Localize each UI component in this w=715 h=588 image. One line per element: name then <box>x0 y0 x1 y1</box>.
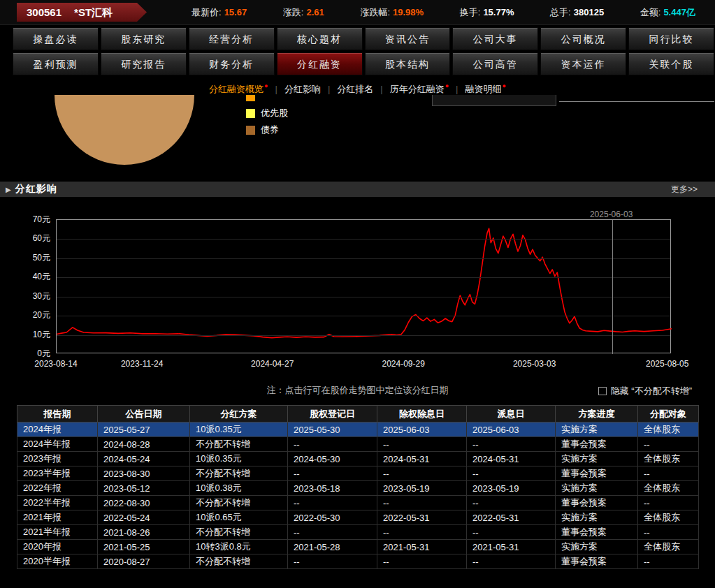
price-line <box>57 220 672 354</box>
table-cell: 10派0.65元 <box>190 510 288 525</box>
red-dot-icon: ● <box>264 82 268 89</box>
more-link[interactable]: 更多>> <box>671 184 698 196</box>
nav-tab[interactable]: 同行比较 <box>628 27 714 50</box>
legend-swatch-icon <box>246 126 255 135</box>
subnav-item[interactable]: 分红融资概览● <box>209 84 268 94</box>
subnav-item[interactable]: 分红影响 <box>284 84 321 94</box>
table-cell: 2023年报 <box>17 452 98 466</box>
nav-tab[interactable]: 经营分析 <box>189 27 275 50</box>
table-cell: 2024-05-31 <box>377 452 467 466</box>
separator: | <box>275 84 277 94</box>
separator: | <box>456 84 458 94</box>
stock-code: 300561 <box>27 3 62 22</box>
nav-tab[interactable]: 公司大事 <box>452 27 538 50</box>
subnav: 分红融资概览●|分红影响|分红排名|历年分红融资●|融资明细● <box>0 77 715 95</box>
table-cell: 2025-05-27 <box>98 422 190 437</box>
nav-tab[interactable]: 公司高管 <box>452 52 538 75</box>
column-header: 派息日 <box>467 406 556 422</box>
table-cell: 实施方案 <box>556 510 638 525</box>
quote-field: 换手:15.77% <box>460 6 514 19</box>
overview-strip: 优先股债券 <box>0 95 715 165</box>
table-cell: 2022-05-24 <box>98 510 190 525</box>
clipped-panel-edge <box>559 95 714 102</box>
table-row[interactable]: 2021半年报2021-08-26不分配不转增------董事会预案-- <box>17 525 699 540</box>
section-title: 分红影响 <box>15 183 57 196</box>
gridline <box>57 258 670 259</box>
nav-tab[interactable]: 核心题材 <box>277 27 363 50</box>
table-row[interactable]: 2021年报2022-05-2410派0.65元2022-05-302022-0… <box>17 510 699 525</box>
nav-tab[interactable]: 财务分析 <box>189 52 275 75</box>
table-cell: 不分配不转增 <box>190 554 288 569</box>
table-cell: 2022半年报 <box>17 496 98 510</box>
table-cell: 2024-05-24 <box>98 452 190 466</box>
nav-tab[interactable]: 公司概况 <box>540 27 626 50</box>
separator: | <box>380 84 382 94</box>
table-cell: 全体股东 <box>638 422 699 437</box>
quote-field-value: 5.447亿 <box>663 7 695 17</box>
subnav-item[interactable]: 历年分红融资● <box>390 84 449 94</box>
table-cell: 2021半年报 <box>17 525 98 540</box>
pie-legend: 优先股债券 <box>246 95 288 138</box>
nav-tab[interactable]: 操盘必读 <box>13 27 99 50</box>
nav-tab[interactable]: 股本结构 <box>365 52 451 75</box>
checkbox-icon[interactable] <box>598 387 607 395</box>
table-cell: 2020年报 <box>17 540 98 554</box>
table-cell: 2020半年报 <box>17 554 98 569</box>
x-axis-label: 2024-09-29 <box>382 359 424 369</box>
x-axis-label: 2025-03-03 <box>513 359 556 369</box>
table-row[interactable]: 2023半年报2023-08-30不分配不转增------董事会预案-- <box>17 466 699 481</box>
table-row[interactable]: 2020半年报2020-08-27不分配不转增------董事会预案-- <box>17 554 699 569</box>
table-cell: 董事会预案 <box>556 466 638 481</box>
quote-field: 金额:5.447亿 <box>640 6 695 19</box>
gridline <box>57 239 670 240</box>
table-cell: 10转3派0.8元 <box>190 540 288 554</box>
table-cell: 2025-05-30 <box>288 422 377 437</box>
table-cell: 10派0.35元 <box>190 422 288 437</box>
column-header: 公告日期 <box>98 406 190 422</box>
table-cell: 2024半年报 <box>17 437 98 452</box>
legend-swatch-icon <box>246 95 255 101</box>
quote-field-label: 最新价: <box>192 7 222 17</box>
table-row[interactable]: 2024年报2025-05-2710派0.35元2025-05-302025-0… <box>17 422 699 437</box>
table-cell: 2023-05-18 <box>288 481 377 496</box>
table-row[interactable]: 2022年报2023-05-1210派0.38元2023-05-182023-0… <box>17 481 699 496</box>
table-cell: -- <box>467 496 556 510</box>
nav-tab[interactable]: 盈利预测 <box>13 52 99 75</box>
date-marker-line <box>612 220 613 354</box>
table-cell: 2024-05-31 <box>467 452 556 466</box>
table-cell: -- <box>288 554 377 569</box>
stock-badge: 300561 *ST汇科 <box>17 3 147 22</box>
table-cell: 实施方案 <box>556 452 638 466</box>
nav-tab[interactable]: 资本运作 <box>540 52 626 75</box>
table-cell: 2025-06-03 <box>377 422 467 437</box>
legend-item: 债券 <box>246 122 288 138</box>
subnav-item[interactable]: 分红排名 <box>337 84 373 94</box>
table-header-row: 报告期公告日期分红方案股权登记日除权除息日派息日方案进度分配对象 <box>17 406 699 422</box>
quote-field-value: 15.77% <box>483 7 514 17</box>
table-row[interactable]: 2024半年报2024-08-28不分配不转增------董事会预案-- <box>17 437 699 452</box>
nav-tab[interactable]: 关联个股 <box>628 52 714 75</box>
nav-tab[interactable]: 资讯公告 <box>365 27 451 50</box>
hide-no-dividend-checkbox[interactable]: 隐藏 “不分配不转增” <box>598 385 692 397</box>
table-row[interactable]: 2023年报2024-05-2410派0.35元2024-05-302024-0… <box>17 452 699 466</box>
dividend-table: 报告期公告日期分红方案股权登记日除权除息日派息日方案进度分配对象 2024年报2… <box>17 405 699 569</box>
table-cell: 2022年报 <box>17 481 98 496</box>
nav-tab[interactable]: 股东研究 <box>101 27 187 50</box>
y-axis-label: 0元 <box>0 348 50 358</box>
column-header: 方案进度 <box>556 406 638 422</box>
table-cell: 2023-05-19 <box>467 481 556 496</box>
nav-tab[interactable]: 分红融资 <box>277 52 363 75</box>
legend-item <box>246 95 288 105</box>
table-row[interactable]: 2022半年报2022-08-30不分配不转增------董事会预案-- <box>17 496 699 510</box>
y-axis-label: 40元 <box>0 272 50 281</box>
table-cell: 2022-05-30 <box>288 510 377 525</box>
subnav-item[interactable]: 融资明细● <box>465 84 506 94</box>
legend-swatch-icon <box>246 109 255 118</box>
date-marker-label: 2025-06-03 <box>590 210 633 219</box>
nav-tab[interactable]: 研究报告 <box>101 52 187 75</box>
table-cell: 实施方案 <box>556 540 638 554</box>
clipped-dropdown[interactable] <box>432 95 556 106</box>
table-row[interactable]: 2020年报2021-05-2510转3派0.8元2021-05-282021-… <box>17 540 699 554</box>
quote-field-label: 总手: <box>550 7 571 17</box>
table-cell: 2021-05-31 <box>467 540 556 554</box>
